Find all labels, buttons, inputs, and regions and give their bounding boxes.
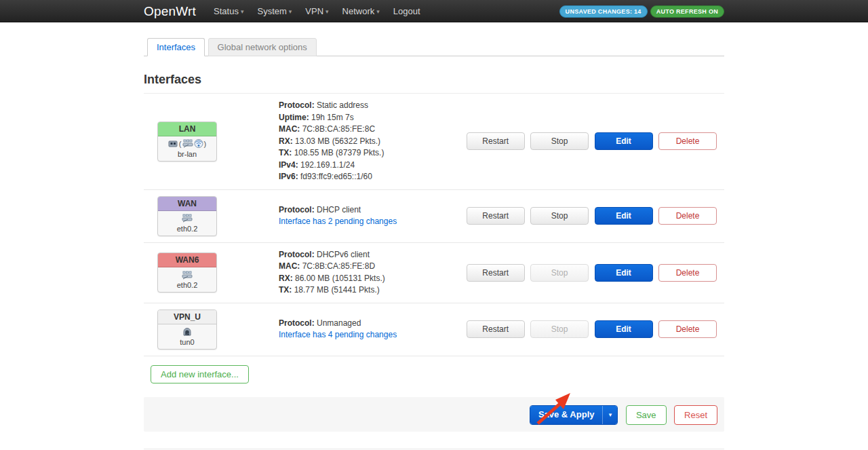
interface-status-box-wan: WAN eth0.2 xyxy=(157,196,217,236)
menu-vpn[interactable]: VPN▾ xyxy=(305,6,328,16)
delete-button-lan[interactable]: Delete xyxy=(658,132,717,150)
page: OpenWrt Status▾ System▾ VPN▾ Network▾ Lo… xyxy=(0,0,868,450)
form-actions: Save & Apply ▾ Save Reset xyxy=(144,397,724,432)
detail-line: Protocol: DHCPv6 client xyxy=(279,249,464,261)
pending-changes-link-vpn-u[interactable]: Interface has 4 pending changes xyxy=(279,329,464,341)
save-and-apply-button[interactable]: Save & Apply xyxy=(530,406,603,424)
detail-line: IPv4: 192.169.1.1/24 xyxy=(279,160,464,172)
save-button[interactable]: Save xyxy=(626,405,667,425)
interface-row-vpn-u: VPN_U tun0 Protocol: Unmanaged Interface… xyxy=(144,303,724,356)
interface-name: VPN_U xyxy=(158,310,216,324)
interface-row-wan6: WAN6 eth0.2 Protocol: DHCPv6 client MAC:… xyxy=(144,243,724,303)
restart-button-vpn-u[interactable]: Restart xyxy=(467,320,525,338)
interface-name: WAN xyxy=(158,197,216,211)
interface-name: WAN6 xyxy=(158,253,216,267)
tab-bar: Interfaces Global network options xyxy=(144,38,724,56)
detail-line: Protocol: DHCP client xyxy=(279,204,464,217)
restart-button-wan[interactable]: Restart xyxy=(467,207,525,225)
edit-button-vpn-u[interactable]: Edit xyxy=(595,320,653,338)
switch-icon xyxy=(182,214,193,223)
detail-line: RX: 86.00 MB (105131 Pkts.) xyxy=(279,273,464,285)
interface-details: Protocol: DHCPv6 client MAC: 7C:8B:CA:85… xyxy=(279,249,464,297)
save-and-apply-split-button: Save & Apply ▾ xyxy=(530,405,618,425)
wifi-icon xyxy=(194,139,203,148)
detail-line: TX: 18.77 MB (51441 Pkts.) xyxy=(279,284,464,297)
detail-line: TX: 108.55 MB (87379 Pkts.) xyxy=(279,147,464,160)
openwrt-logo: OpenWrt xyxy=(144,4,196,19)
detail-line: Uptime: 19h 15m 7s xyxy=(279,112,464,124)
delete-button-vpn-u[interactable]: Delete xyxy=(658,320,717,338)
switch-icon xyxy=(182,271,193,280)
detail-line: MAC: 7C:8B:CA:85:FE:8C xyxy=(279,124,464,136)
add-new-interface-button[interactable]: Add new interface... xyxy=(151,365,249,383)
page-title: Interfaces xyxy=(144,73,724,94)
delete-button-wan6[interactable]: Delete xyxy=(658,264,717,282)
save-and-apply-dropdown-toggle[interactable]: ▾ xyxy=(602,406,617,424)
top-navbar: OpenWrt Status▾ System▾ VPN▾ Network▾ Lo… xyxy=(0,0,868,22)
stop-button-wan[interactable]: Stop xyxy=(530,207,589,225)
edit-button-wan[interactable]: Edit xyxy=(595,207,653,225)
bridge-close-paren: ) xyxy=(204,140,207,148)
menu-logout[interactable]: Logout xyxy=(393,6,420,16)
detail-line: MAC: 7C:8B:CA:85:FE:8D xyxy=(279,261,464,273)
pending-changes-link-wan[interactable]: Interface has 2 pending changes xyxy=(279,216,464,228)
stop-button-wan6: Stop xyxy=(530,264,589,282)
stop-button-lan[interactable]: Stop xyxy=(530,132,589,150)
interface-row-wan: WAN eth0.2 Protocol: DHCP client Interfa… xyxy=(144,190,724,243)
interface-name: LAN xyxy=(158,122,216,136)
detail-line: RX: 13.03 MB (56322 Pkts.) xyxy=(279,136,464,148)
interface-details: Protocol: Static address Uptime: 19h 15m… xyxy=(279,100,464,183)
interface-device: br-lan xyxy=(159,150,215,158)
interface-device: eth0.2 xyxy=(159,281,215,289)
chevron-down-icon: ▾ xyxy=(326,8,329,15)
interface-status-box-vpn-u: VPN_U tun0 xyxy=(157,310,217,350)
restart-button-lan[interactable]: Restart xyxy=(467,132,525,150)
interface-details: Protocol: Unmanaged Interface has 4 pend… xyxy=(279,318,464,341)
interface-status-box-wan6: WAN6 eth0.2 xyxy=(157,252,217,293)
menu-network[interactable]: Network▾ xyxy=(342,6,380,16)
chevron-down-icon: ▾ xyxy=(241,8,244,15)
chevron-down-icon: ▾ xyxy=(376,8,380,15)
unsaved-changes-badge[interactable]: UNSAVED CHANGES: 14 xyxy=(559,5,648,18)
auto-refresh-badge[interactable]: AUTO REFRESH ON xyxy=(650,5,724,18)
interface-row-lan: LAN ( ) br-lan Protocol: Static addr xyxy=(144,94,724,190)
bridge-open-paren: ( xyxy=(179,140,182,148)
interface-status-box-lan: LAN ( ) br-lan xyxy=(157,121,217,162)
delete-button-wan[interactable]: Delete xyxy=(658,207,717,225)
tab-global-network-options[interactable]: Global network options xyxy=(208,38,317,56)
edit-button-wan6[interactable]: Edit xyxy=(595,264,653,282)
restart-button-wan6[interactable]: Restart xyxy=(467,264,525,282)
detail-line: Protocol: Static address xyxy=(279,100,464,112)
tunnel-icon xyxy=(182,327,192,336)
chevron-down-icon: ▾ xyxy=(289,8,292,15)
interface-device: eth0.2 xyxy=(159,225,215,233)
menu-status[interactable]: Status▾ xyxy=(214,6,243,16)
reset-button[interactable]: Reset xyxy=(674,405,717,425)
menu-system[interactable]: System▾ xyxy=(257,6,292,16)
switch-icon xyxy=(182,139,193,148)
detail-line: IPv6: fd93:ffc9:ed65::1/60 xyxy=(279,171,464,183)
detail-line: Protocol: Unmanaged xyxy=(279,318,464,330)
stop-button-vpn-u: Stop xyxy=(530,320,589,338)
ethernet-icon xyxy=(168,139,178,148)
chevron-down-icon: ▾ xyxy=(609,411,612,418)
tab-interfaces[interactable]: Interfaces xyxy=(147,38,205,56)
edit-button-lan[interactable]: Edit xyxy=(595,132,653,150)
interface-details: Protocol: DHCP client Interface has 2 pe… xyxy=(279,204,464,228)
interface-device: tun0 xyxy=(159,338,215,346)
